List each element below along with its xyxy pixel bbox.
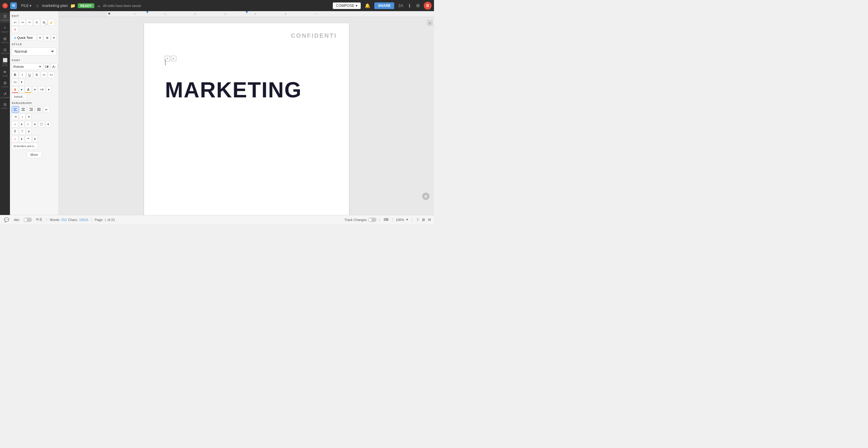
subscript-button[interactable]: A2 [48,71,55,78]
sidebar-item-label-page-setup: PAGE SETUP [1,63,9,66]
undo-button[interactable]: ↩ [12,19,19,26]
top-bar: × W FILE ▾ ☆ marketing-plan 📁 READY ☁ Al… [0,0,434,11]
page-of-text: of 21 [107,218,115,221]
font-family-select[interactable]: Roboto Arial Times New Roman [12,63,43,70]
shading-dropdown[interactable]: ▾ [19,136,24,142]
settings-button[interactable]: ⚙ [414,2,421,9]
more-button[interactable]: More [27,151,42,158]
clear-format-button[interactable]: ✕ [12,26,19,33]
quote-dropdown[interactable]: ▾ [32,136,38,142]
language-button[interactable]: 中文 [35,217,43,222]
highlight-dropdown[interactable]: ▾ [32,86,38,93]
sidebar-item-format[interactable]: ☰ FORMAT [0,13,10,23]
favorite-icon[interactable]: ☆ [36,3,39,8]
numbered-list-dropdown[interactable]: ▾ [32,121,38,127]
superscript-button[interactable]: A2 [41,71,47,78]
sidebar-item-fields[interactable]: ⊞ FIELDS [0,35,10,45]
sidebar-item-page-setup[interactable]: ⬜ PAGE SETUP [0,56,10,68]
align-left-button[interactable] [12,106,19,113]
checklist-button[interactable]: ☐ [38,121,45,127]
table-options-button[interactable]: ≡ [171,56,176,61]
info-button[interactable]: ℹ [407,2,412,9]
sidebar-item-label-automate: AUTOMATE [0,97,10,99]
view-icon: 👁 [3,70,7,74]
comment-button[interactable]: 💬 [3,217,10,222]
copy-button[interactable]: ⎘ [33,19,40,26]
accessibility-button[interactable]: ZA [397,3,405,8]
svg-rect-5 [22,110,25,111]
indent-increase-button[interactable]: ⇥ [12,113,19,120]
text-size-button[interactable]: Aa [12,79,19,85]
sidebar-item-extensions[interactable]: ⧉ EXTEN... [0,101,10,111]
sidebar-item-label-design: DESIGN [1,53,9,55]
spell-check-toggle[interactable] [24,218,32,222]
align-right-button[interactable] [27,106,35,113]
text-size-dropdown[interactable]: ▾ [19,79,24,85]
font-color-dropdown[interactable]: ▾ [19,86,24,93]
quote-button[interactable]: ❝ [25,136,32,142]
zoom-dropdown-button[interactable]: ▾ [405,217,409,222]
zoom-dropdown[interactable]: ▾ [51,34,57,41]
scroll-to-center-button[interactable]: ⊕ [422,192,430,200]
columns-dropdown[interactable]: ▾ [26,128,32,135]
file-menu-button[interactable]: FILE ▾ [19,3,33,8]
zoom-button[interactable]: ⊕ [44,34,50,41]
quick-text-button[interactable]: ⊞ Quick Text [12,35,36,41]
text-case-dropdown[interactable]: ▾ [46,86,52,93]
checklist-dropdown[interactable]: ▾ [45,121,51,127]
cut-button[interactable]: ✂ [26,19,33,26]
user-avatar[interactable]: B [424,2,432,10]
spell-check-button[interactable]: Abc [13,218,21,222]
compose-button[interactable]: COMPOSE ▾ [333,2,361,9]
track-changes-toggle[interactable] [368,218,376,222]
numbered-list-button[interactable]: 1. [25,121,32,127]
strikethrough-button[interactable]: S [33,71,40,78]
show-marks-button[interactable]: ¶ [12,128,19,135]
default-style-button[interactable]: Default... [12,93,27,100]
tools-icon: ⚙ [3,81,7,85]
share-button[interactable]: SHARE [374,2,394,9]
columns-button[interactable]: ⊤ [19,128,26,135]
close-button[interactable]: × [2,3,8,8]
font-size-select[interactable]: 8 9 10 11 12 14 [44,63,50,70]
paste-button[interactable]: ⧉ ▾ [41,19,47,26]
notifications-button[interactable]: 🔔 [363,2,372,9]
svg-rect-2 [13,110,17,111]
bullet-list-dropdown[interactable]: ▾ [19,121,24,127]
text-case-button[interactable]: AB [38,86,45,93]
sidebar-item-design[interactable]: ◎ DESIGN [0,46,10,56]
font-size-increase-button[interactable]: A+ [51,63,57,70]
sidebar-item-automate[interactable]: ↺ AUTOMATE [0,90,10,100]
send-button[interactable]: ✉ [428,218,431,222]
marketing-title[interactable]: MARKETING [165,78,328,102]
folder-icon[interactable]: 📁 [70,3,75,8]
keyboard-button[interactable]: ⌨ [383,217,390,222]
fit-to-page-button[interactable]: ⊡ [427,20,433,26]
alignment-row: ⇤ ⇥ ↕ ▾ [12,106,57,120]
redo-button[interactable]: ↪ [19,19,26,26]
shading-button[interactable]: A [12,136,19,142]
align-justify-button[interactable] [35,106,42,113]
bullet-list-button[interactable]: • [12,121,19,127]
indent-decrease-button[interactable]: ⇤ [43,106,50,113]
line-spacing-dropdown[interactable]: ▾ [26,113,32,120]
paint-format-button[interactable]: 🖌 [48,19,55,26]
dark-mode-button[interactable]: ☽ [415,217,419,222]
grid-view-button[interactable]: ⊞ [422,218,425,222]
highlight-button[interactable]: A [25,86,32,93]
quick-text-row: ⊞ Quick Text ▾ ⊕ ▾ [12,34,57,41]
document-page[interactable]: CONFIDENTI + ≡ MARKETING [144,23,349,215]
sidebar-item-tools[interactable]: ⚙ TOOLS [0,79,10,90]
bold-button[interactable]: B [12,71,19,78]
align-center-button[interactable] [20,106,27,113]
style-select[interactable]: Normal Heading 1 Heading 2 Title [12,47,57,56]
font-color-button[interactable]: A [12,86,19,93]
underline-button[interactable]: U [26,71,33,78]
borders-button[interactable]: ⊞ Borders and S... [12,143,38,150]
sidebar-item-insert[interactable]: ＋ INSERT [0,24,10,35]
document-canvas[interactable]: CONFIDENTI + ≡ MARKETING [59,17,434,215]
quick-text-dropdown[interactable]: ▾ [37,34,43,41]
line-spacing-button[interactable]: ↕ [19,113,26,120]
italic-button[interactable]: I [19,71,26,78]
sidebar-item-view[interactable]: 👁 VIEW [0,68,10,79]
